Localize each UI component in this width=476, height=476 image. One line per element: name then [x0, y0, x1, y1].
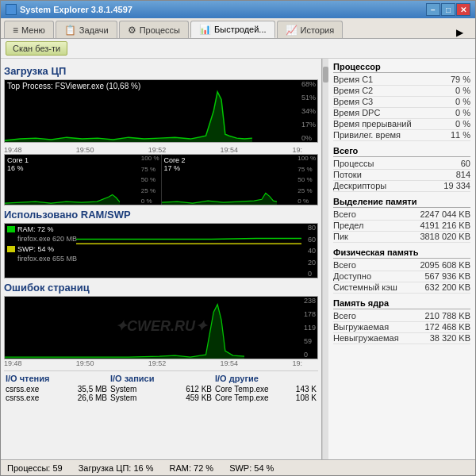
threads-label: Потоки [333, 170, 362, 179]
history-icon: 📈 [286, 25, 298, 36]
c1-value: 79 % [451, 75, 470, 84]
scan-button[interactable]: Скан без-ти [6, 41, 67, 56]
core-total-label: Всего [333, 311, 356, 321]
tab-tasks-label: Задачи [79, 25, 109, 35]
ram-percent-labels: 80 60 40 20 0 [308, 224, 316, 278]
close-button[interactable]: ✕ [456, 3, 470, 16]
io-write-col: I/O записи System 612 KB System 459 KB [109, 374, 213, 402]
io-other-title: I/O другие [215, 374, 317, 383]
alloc-total-label: Всего [333, 209, 356, 219]
alloc-limit-row: Предел 4191 216 KB [333, 221, 470, 232]
alloc-peak-row: Пик 3818 020 KB [333, 232, 470, 243]
tab-history-label: История [301, 25, 335, 35]
processor-section: Процессор Время C1 79 % Время C2 0 % Вре… [333, 62, 470, 141]
io-section: I/O чтения csrss.exe 35,5 MB csrss.exe 2… [4, 370, 318, 402]
toolbar: Скан без-ти [1, 39, 475, 59]
core2-percents: 100 % 75 % 50 % 25 % 0 % [298, 155, 316, 205]
alloc-total-value: 2247 044 KB [420, 209, 470, 219]
core-total-row: Всего 210 788 KB [333, 311, 470, 322]
total-title: Всего [333, 146, 470, 157]
io-write-process-2: System [110, 393, 136, 402]
ram-chart-container: RAM: 72 % firefox.exe 620 MB SWP: 54 % f… [4, 223, 318, 278]
tab-tasks[interactable]: 📋 Задачи [56, 21, 117, 38]
c2-label: Время C2 [333, 86, 373, 95]
core-total-value: 210 788 KB [425, 311, 471, 321]
ram-section-title: Использовано RAM/SWP [4, 209, 318, 221]
core-nonpageable-label: Невыгружаемая [333, 333, 399, 343]
interrupt-value: 0 % [455, 119, 470, 129]
io-read-col: I/O чтения csrss.exe 35,5 MB csrss.exe 2… [4, 374, 109, 402]
processes-value: 60 [461, 159, 470, 168]
core2-chart: Core 2 17 % 100 % 75 % 50 % 25 % 0 % [162, 155, 318, 205]
dpc-label: Время DPC [333, 108, 380, 117]
right-c3-row: Время C3 0 % [333, 97, 470, 108]
tab-arrow-icon[interactable]: ▶ [456, 27, 463, 38]
scrollbar[interactable] [322, 59, 328, 459]
alloc-total-row: Всего 2247 044 KB [333, 209, 470, 221]
tab-menu-label: Меню [21, 25, 45, 35]
phys-avail-value: 567 936 KB [425, 271, 471, 281]
phys-total-label: Всего [333, 260, 356, 270]
cpu-time-labels: 19:48 19:50 19:52 19:54 19: [4, 146, 318, 154]
alloc-peak-label: Пик [333, 232, 348, 241]
dpc-value: 0 % [455, 108, 470, 117]
io-read-process-1: csrss.exe [6, 385, 39, 393]
window-title: System Explorer 3.8.1.4597 [20, 5, 425, 14]
title-bar: System Explorer 3.8.1.4597 − □ ✕ [1, 1, 475, 18]
io-read-value-1: 35,5 MB [78, 385, 107, 393]
phys-total-value: 2095 608 KB [420, 260, 470, 270]
phys-avail-row: Доступно 567 936 KB [333, 271, 470, 282]
processes-label: Процессы [333, 159, 374, 168]
status-cpu: Загрузка ЦП: 16 % [79, 463, 154, 473]
threads-value: 814 [456, 170, 470, 179]
minimize-button[interactable]: − [426, 3, 440, 16]
status-processes: Процессы: 59 [7, 463, 63, 473]
io-read-title: I/O чтения [6, 374, 107, 383]
menu-icon: ≡ [13, 25, 18, 36]
ram-section: Использовано RAM/SWP RAM: 72 % firefox.e… [4, 209, 318, 278]
maximize-button[interactable]: □ [441, 3, 455, 16]
phys-cache-value: 632 200 KB [425, 282, 471, 292]
tab-processes[interactable]: ⚙ Процессы [119, 21, 189, 38]
alloc-peak-value: 3818 020 KB [420, 232, 470, 241]
scrollbar-thumb[interactable] [323, 67, 328, 83]
phys-cache-row: Системный кэш 632 200 KB [333, 282, 470, 294]
left-panel: Загрузка ЦП Top Process: FSViewer.exe (1… [1, 59, 322, 459]
alloc-memory-section: Выделение памяти Всего 2247 044 KB Преде… [333, 197, 470, 243]
ram-detail: firefox.exe 620 MB [17, 235, 77, 243]
app-icon [6, 4, 17, 15]
core-nonpageable-row: Невыгружаемая 38 320 KB [333, 333, 470, 344]
tab-menu[interactable]: ≡ Меню [4, 21, 54, 38]
io-read-row-1: csrss.exe 35,5 MB [6, 385, 107, 393]
ram-label: RAM: 72 % [17, 225, 54, 233]
c3-label: Время C3 [333, 97, 373, 106]
pagefault-time-labels: 19:48 19:50 19:52 19:54 19: [4, 359, 318, 367]
physical-memory-title: Физическая память [333, 248, 470, 259]
tab-performance[interactable]: 📊 Быстродей... [190, 21, 275, 38]
physical-memory-section: Физическая память Всего 2095 608 KB Дост… [333, 248, 470, 294]
c1-label: Время C1 [333, 75, 373, 84]
io-write-value-1: 612 KB [186, 385, 212, 393]
descriptors-value: 19 334 [443, 181, 470, 190]
interrupt-label: Время прерываний [333, 119, 412, 129]
alloc-memory-title: Выделение памяти [333, 197, 470, 208]
cpu-section-title: Загрузка ЦП [4, 65, 318, 77]
io-write-title: I/O записи [110, 374, 212, 383]
right-interrupt-row: Время прерываний 0 % [333, 119, 470, 130]
right-c1-row: Время C1 79 % [333, 75, 470, 86]
c2-value: 0 % [455, 86, 470, 95]
tab-processes-label: Процессы [140, 25, 180, 35]
io-other-col: I/O другие Core Temp.exe 143 K Core Temp… [213, 374, 318, 402]
alloc-limit-value: 4191 216 KB [420, 221, 470, 230]
status-bar: Процессы: 59 Загрузка ЦП: 16 % RAM: 72 %… [1, 459, 475, 475]
pagefault-title: Ошибок страниц [4, 282, 318, 294]
descriptors-label: Дескрипторы [333, 181, 386, 190]
swp-color-box [7, 246, 15, 252]
right-priv-row: Привилег. время 11 % [333, 130, 470, 141]
core1-percents: 100 % 75 % 50 % 25 % 0 % [141, 155, 159, 205]
swp-detail: firefox.exe 655 MB [17, 255, 77, 263]
io-write-row-1: System 612 KB [110, 385, 212, 393]
tab-history[interactable]: 📈 История [277, 21, 344, 38]
core-pageable-value: 172 468 KB [425, 322, 471, 332]
processor-title: Процессор [333, 62, 470, 73]
